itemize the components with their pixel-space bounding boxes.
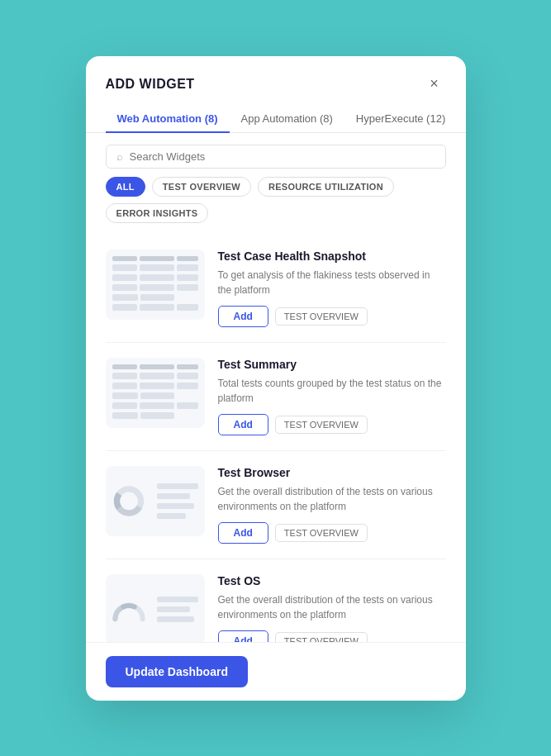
widget-actions-4: Add TEST OVERVIEW <box>218 630 446 642</box>
widgets-list: Test Case Health Snapshot To get analysi… <box>86 235 466 642</box>
filter-test-overview[interactable]: TEST OVERVIEW <box>152 177 251 197</box>
widget-name-2: Test Summary <box>218 358 446 371</box>
category-badge-1: TEST OVERVIEW <box>275 307 368 326</box>
widget-name-1: Test Case Health Snapshot <box>218 250 446 263</box>
category-badge-3: TEST OVERVIEW <box>275 524 368 542</box>
category-badge-4: TEST OVERVIEW <box>275 632 368 642</box>
add-button-2[interactable]: Add <box>218 414 268 435</box>
add-button-4[interactable]: Add <box>218 630 268 642</box>
widget-actions-3: Add TEST OVERVIEW <box>218 522 446 544</box>
tab-web-automation[interactable]: Web Automation (8) <box>106 106 230 133</box>
modal-footer: Update Dashboard <box>86 642 466 701</box>
widget-info-3: Test Browser Get the overall distributio… <box>218 466 446 544</box>
search-wrapper: ⌕ <box>106 145 446 169</box>
widget-item: Test OS Get the overall distribution of … <box>106 559 446 642</box>
widget-item: Test Browser Get the overall distributio… <box>106 451 446 559</box>
filter-all[interactable]: ALL <box>106 177 145 197</box>
widget-info-4: Test OS Get the overall distribution of … <box>218 574 446 642</box>
widget-name-3: Test Browser <box>218 466 446 479</box>
semi-circle-chart-icon <box>112 591 145 628</box>
widget-desc-2: Total tests counts grouped by the test s… <box>218 376 446 406</box>
modal-title: ADD WIDGET <box>106 77 195 92</box>
add-button-1[interactable]: Add <box>218 306 268 327</box>
add-widget-modal: ADD WIDGET × Web Automation (8) App Auto… <box>86 56 466 701</box>
widget-info-2: Test Summary Total tests counts grouped … <box>218 358 446 435</box>
filter-resource-utilization[interactable]: RESOURCE UTILIZATION <box>258 177 394 197</box>
tabs-row: Web Automation (8) App Automation (8) Hy… <box>86 96 466 133</box>
search-row: ⌕ <box>86 133 466 177</box>
widget-item: Test Case Health Snapshot To get analysi… <box>106 235 446 343</box>
update-dashboard-button[interactable]: Update Dashboard <box>106 656 248 687</box>
widget-actions-1: Add TEST OVERVIEW <box>218 306 446 327</box>
widget-thumbnail-2 <box>106 358 205 428</box>
search-input[interactable] <box>130 150 435 163</box>
widget-desc-4: Get the overall distribution of the test… <box>218 592 446 622</box>
widget-actions-2: Add TEST OVERVIEW <box>218 414 446 435</box>
tab-app-automation[interactable]: App Automation (8) <box>230 106 344 133</box>
widget-name-4: Test OS <box>218 574 446 587</box>
widget-info-1: Test Case Health Snapshot To get analysi… <box>218 250 446 327</box>
widget-thumbnail-4 <box>106 574 205 642</box>
widget-desc-3: Get the overall distribution of the test… <box>218 484 446 514</box>
category-badge-2: TEST OVERVIEW <box>275 416 368 434</box>
modal-header: ADD WIDGET × <box>86 56 466 96</box>
filter-row: ALL TEST OVERVIEW RESOURCE UTILIZATION E… <box>86 177 466 235</box>
search-icon: ⌕ <box>116 150 123 163</box>
widget-item: Test Summary Total tests counts grouped … <box>106 343 446 451</box>
filter-error-insights[interactable]: ERROR INSIGHTS <box>106 203 209 223</box>
add-button-3[interactable]: Add <box>218 522 268 544</box>
donut-chart-icon <box>112 478 145 524</box>
tab-hyperexecute[interactable]: HyperExecute (12) <box>344 106 457 133</box>
close-button[interactable]: × <box>423 73 446 96</box>
widget-desc-1: To get analysis of the flakiness tests o… <box>218 268 446 297</box>
widget-thumbnail-3 <box>106 466 205 536</box>
widget-thumbnail-1 <box>106 250 205 320</box>
